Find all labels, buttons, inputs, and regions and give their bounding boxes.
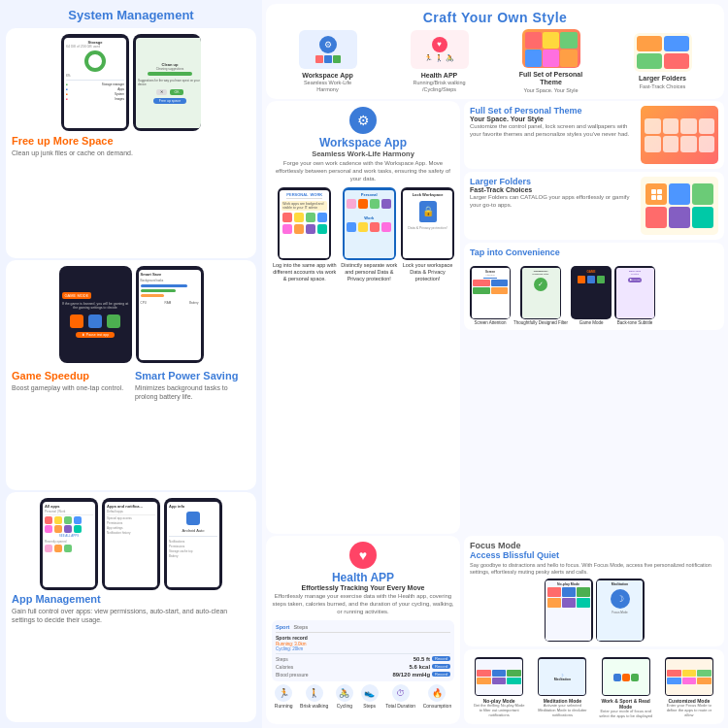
app-icon-1 — [45, 516, 52, 524]
calories-row: Calories 5.6 kcal Record — [276, 664, 450, 670]
ws-app-3 — [306, 213, 315, 222]
storage-item-system: ■System — [66, 92, 124, 96]
ws-phone-2-label: Distinctly separate work and personal Da… — [341, 262, 398, 282]
ws-w-2 — [358, 222, 368, 232]
ws-apps-badged: Work apps are badged and visible to your… — [281, 201, 327, 211]
craft-health-sub: Running/Brisk walking /Cycling/Steps — [406, 80, 474, 92]
app-icon-9 — [45, 545, 52, 552]
game-title-block: Game Speedup Boost gameplay with one-tap… — [12, 366, 127, 401]
game-phone-row: GAME MODE If the game is banned, you wil… — [12, 266, 250, 363]
game-phone: GAME MODE If the game is banned, you wil… — [59, 266, 132, 363]
ca1 — [667, 670, 681, 677]
walk-label: Brisk walking — [300, 703, 328, 709]
larger-folders-title: Larger Folders — [470, 177, 635, 186]
app-row-3 — [45, 545, 93, 552]
mode-phone-noplay — [475, 657, 523, 696]
health-tab-steps[interactable]: Steps — [293, 624, 308, 630]
health-stats-list: Steps 50.5 ft Record Calories 5.6 kcal R… — [276, 656, 450, 678]
fap6 — [577, 598, 590, 608]
mode-phone-customized — [665, 657, 713, 696]
mode-phone-meditation: ☽ Meditation — [538, 657, 586, 696]
free-up-btn[interactable]: Free up space — [153, 98, 186, 104]
folders-grid — [637, 36, 689, 69]
workspace-icon: ⚙ — [349, 107, 377, 134]
tap-a2 — [491, 280, 509, 286]
fi2 — [657, 189, 662, 194]
app-feature-desc: Gain full control over apps: view permis… — [12, 607, 250, 624]
ws-tab-personal: PERSONAL — [286, 192, 308, 197]
screen-attention-sub: Attention — [485, 274, 495, 277]
app-icon-8 — [74, 525, 82, 533]
activity-consumption: 🔥 Consumption — [423, 684, 451, 709]
ws-app-1 — [282, 213, 292, 222]
recently-opened: Recently opened — [45, 540, 93, 544]
np6 — [507, 678, 521, 684]
record-badge[interactable]: Record — [432, 656, 450, 661]
bp-row: Blood pressure 89/120 mmHg Record — [276, 672, 450, 678]
tap-phone-1: Screen Attention — [470, 266, 511, 325]
storage-feature-title: Free up More Space — [12, 135, 114, 147]
craft-health-label: Health APP — [421, 72, 457, 80]
app-phone-row: All apps Personal | Work — [12, 498, 250, 590]
ws-i1 — [613, 674, 621, 681]
bp-value: 89/120 mmHg — [392, 672, 430, 678]
craft-theme-sub: Your Space. Your Style — [523, 87, 578, 94]
record-badge-3[interactable]: Record — [432, 672, 450, 677]
craft-health: ♥ 🏃 🚶 🚴 Health APP Running/Brisk walking… — [406, 30, 474, 93]
see-all-apps[interactable]: SEE ALL APPS — [45, 534, 93, 538]
health-icon-mini: ♥ — [432, 37, 447, 52]
tap-phone-2-label: Thoughtfully Designed Filter — [513, 320, 568, 325]
game-icon2 — [88, 314, 102, 328]
bottom-row: ♥ Health APP Effortlessly Tracking Your … — [266, 536, 724, 724]
power-feature-title: Smart Power Saving — [135, 370, 250, 381]
modes-grid-section: No-play Mode Get the thrilling No-play M… — [464, 649, 724, 724]
health-tab-sport[interactable]: Sport — [276, 624, 289, 630]
game-content: GAME MODE If the game is banned, you wil… — [59, 289, 132, 341]
ws-icons-row — [613, 674, 639, 681]
ws-phone-2-mockup: Personal Work — [343, 187, 396, 260]
health-section: ♥ Health APP Effortlessly Tracking Your … — [266, 536, 460, 724]
ws-phone-1: PERSONAL WORK Work apps are badged and v… — [272, 187, 338, 282]
theme-icon-4 — [525, 50, 542, 66]
subtitle-label-2: Subtitle — [631, 273, 639, 276]
clean-ok-btn[interactable]: OK — [170, 89, 182, 95]
craft-workspace-label: Workspace App — [302, 72, 353, 80]
modes-row: No-play Mode Get the thrilling No-play M… — [469, 657, 719, 719]
game-icon1 — [70, 314, 83, 328]
craft-title: Craft Your Own Style — [274, 10, 716, 25]
focus-desc: Say goodbye to distractions and hello to… — [470, 562, 718, 576]
game-icons — [70, 314, 120, 328]
focus-phone-2: Meditation ☽ Focus Mode — [596, 579, 645, 642]
storage-screen: Storage 64 GB of 256 GB used 6% ■Storage… — [64, 38, 126, 128]
walk-icon: 🚶 — [306, 684, 323, 702]
record-badge-2[interactable]: Record — [432, 664, 450, 669]
health-cycle-icon: 🚴 — [446, 54, 454, 62]
folder-preview-5 — [669, 207, 690, 228]
game-pause-btn[interactable]: ⏸ Pause test app — [76, 332, 115, 338]
craft-workspace-img: ⚙ — [299, 30, 357, 69]
focus-app-grid — [547, 587, 590, 608]
ws-mini-3 — [333, 55, 341, 63]
notif-phone: Apps and notifica... Default apps Specia… — [102, 498, 160, 590]
power-bar1 — [141, 284, 187, 287]
notif-screen: Apps and notifica... Default apps Specia… — [105, 502, 157, 587]
larger-folders-text: Larger Folders Fast-Track Choices Larger… — [470, 177, 635, 210]
power-content: Smart Save Background tasks CPURAMBatter… — [139, 270, 201, 360]
health-mini-preview: ♥ 🏃 🚶 🚴 — [411, 30, 469, 69]
focus-mode-label: Focus Mode — [470, 541, 521, 550]
t8 — [699, 136, 715, 152]
craft-items: ⚙ Workspace App Seamless Work-Life Harmo… — [274, 29, 716, 93]
ws-app-row-1 — [282, 213, 327, 222]
ws-p-1 — [347, 199, 356, 209]
health-mini-icons: 🏃 🚶 🚴 — [424, 54, 454, 62]
ws-personal-header: Personal — [361, 192, 378, 197]
mode-meditation: ☽ Meditation Meditation Mode Activate yo… — [536, 657, 589, 719]
clean-cancel-btn[interactable]: ✕ — [156, 89, 167, 95]
ws-app-6 — [294, 224, 304, 234]
np1 — [477, 670, 491, 677]
tap-phone-1-mockup: Screen Attention — [470, 266, 511, 319]
tap-phone-4-label: Back-tone Subtitle — [617, 320, 653, 325]
ws-lock-icon: 🔒 — [419, 201, 437, 222]
workspace-mini-preview: ⚙ — [299, 30, 357, 69]
tap-divider — [483, 278, 497, 279]
